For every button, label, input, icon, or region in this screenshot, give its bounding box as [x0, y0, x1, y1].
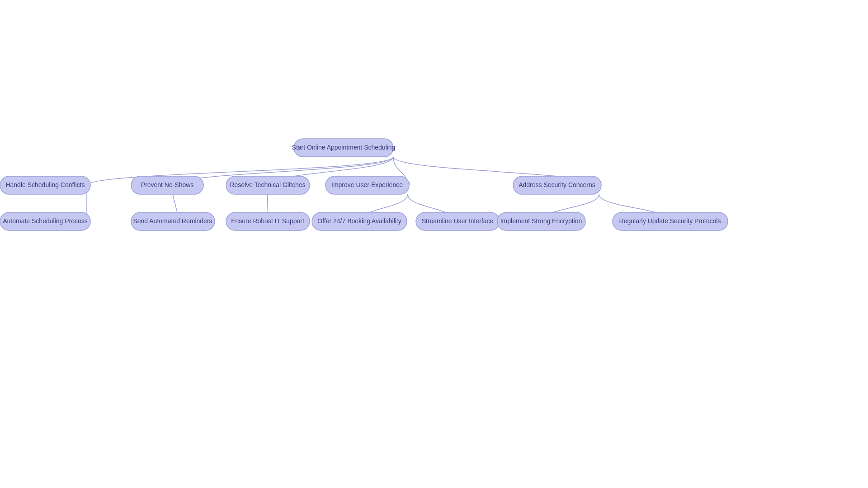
- node-l1-improve-ux-label: Improve User Experience: [331, 181, 403, 188]
- node-l2-encryption-label: Implement Strong Encryption: [500, 217, 582, 225]
- node-l2-send-reminders-label: Send Automated Reminders: [133, 217, 212, 225]
- node-l1-prevent-noshows-label: Prevent No-Shows: [141, 181, 194, 188]
- node-l2-24-7-booking-label: Offer 24/7 Booking Availability: [317, 217, 401, 225]
- node-l2-streamline-ui-label: Streamline User Interface: [422, 217, 494, 225]
- node-l2-automate-scheduling-label: Automate Scheduling Process: [3, 217, 88, 225]
- node-l1-resolve-technical-label: Resolve Technical Glitches: [230, 181, 305, 188]
- node-l2-update-security-label: Regularly Update Security Protocols: [619, 217, 721, 225]
- node-l1-security-label: Address Security Concerns: [519, 181, 595, 188]
- diagram-svg: Start Online Appointment Scheduling Hand…: [0, 0, 868, 488]
- node-root-label: Start Online Appointment Scheduling: [292, 144, 396, 151]
- node-l2-it-support-label: Ensure Robust IT Support: [231, 217, 304, 225]
- node-l1-handle-scheduling-label: Handle Scheduling Conflicts: [5, 181, 85, 188]
